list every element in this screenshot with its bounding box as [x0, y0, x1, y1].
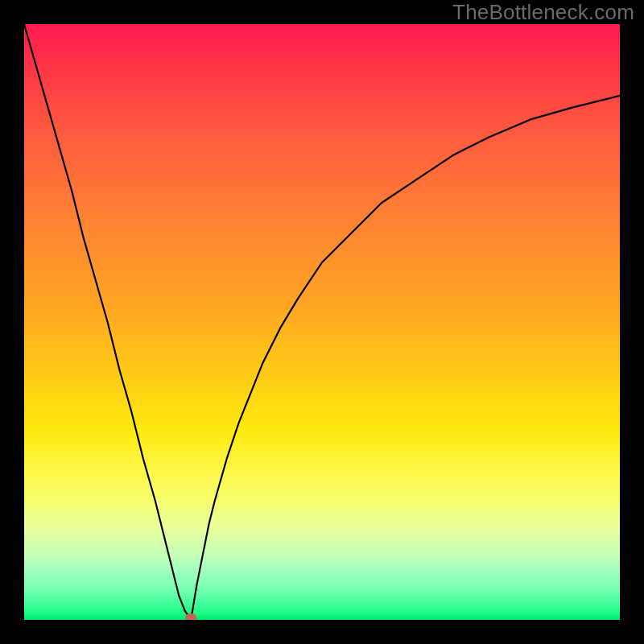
- chart-frame: TheBottleneck.com: [0, 0, 644, 644]
- curve-right-branch: [191, 96, 620, 620]
- watermark-text: TheBottleneck.com: [452, 0, 634, 25]
- curve-left-branch: [24, 24, 191, 620]
- plot-area: [24, 24, 620, 620]
- curve-svg: [24, 24, 620, 620]
